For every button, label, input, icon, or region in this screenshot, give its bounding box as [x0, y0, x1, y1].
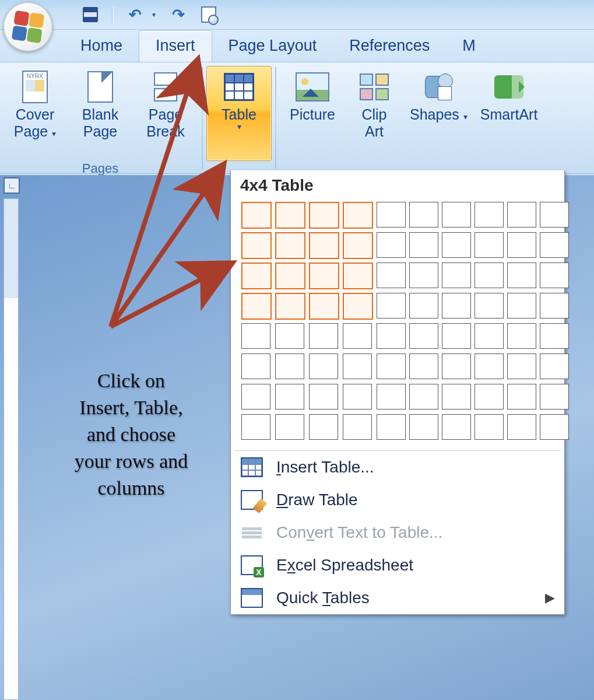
table-grid-cell[interactable] [475, 354, 504, 379]
table-grid-cell[interactable] [309, 384, 338, 410]
table-grid-cell[interactable] [377, 384, 406, 410]
table-grid-cell[interactable] [475, 323, 504, 349]
table-grid-cell[interactable] [309, 293, 339, 320]
table-grid-cell[interactable] [275, 354, 304, 379]
table-grid-cell[interactable] [241, 262, 272, 289]
save-button[interactable] [82, 6, 99, 23]
tab-page-layout[interactable]: Page Layout [212, 31, 333, 62]
tab-more[interactable]: M [446, 31, 480, 62]
table-size-grid[interactable] [231, 200, 564, 450]
table-grid-cell[interactable] [475, 232, 504, 258]
table-grid-cell[interactable] [540, 202, 569, 228]
excel-spreadsheet-item[interactable]: Excel Spreadsheet [231, 549, 564, 582]
table-grid-cell[interactable] [343, 293, 373, 320]
table-grid-cell[interactable] [275, 293, 305, 320]
table-grid-cell[interactable] [475, 414, 504, 440]
table-grid-cell[interactable] [442, 262, 471, 288]
tab-insert[interactable]: Insert [139, 30, 212, 62]
redo-button[interactable]: ↶ [170, 6, 187, 23]
table-grid-cell[interactable] [540, 354, 569, 379]
table-grid-cell[interactable] [409, 354, 438, 379]
ruler-corner[interactable]: ∟ [3, 177, 20, 194]
table-grid-cell[interactable] [507, 293, 536, 318]
table-grid-cell[interactable] [409, 232, 438, 258]
table-grid-cell[interactable] [343, 232, 373, 259]
table-grid-cell[interactable] [540, 293, 569, 318]
table-grid-cell[interactable] [409, 323, 438, 349]
table-grid-cell[interactable] [309, 202, 339, 229]
cover-page-button[interactable]: NYRX Cover Page ▾ [2, 66, 68, 161]
clip-art-button[interactable]: Clip Art [345, 66, 403, 161]
tab-references[interactable]: References [333, 31, 446, 62]
table-grid-cell[interactable] [377, 354, 406, 379]
table-grid-cell[interactable] [507, 262, 536, 288]
table-grid-cell[interactable] [241, 323, 270, 349]
table-grid-cell[interactable] [241, 202, 272, 229]
shapes-button[interactable]: Shapes ▾ [403, 66, 474, 161]
table-grid-cell[interactable] [475, 293, 504, 318]
table-grid-cell[interactable] [507, 232, 536, 258]
table-grid-cell[interactable] [343, 414, 372, 440]
tab-home[interactable]: Home [64, 31, 139, 62]
table-grid-cell[interactable] [442, 354, 471, 379]
print-preview-button[interactable] [200, 6, 217, 23]
table-grid-cell[interactable] [343, 323, 372, 349]
table-grid-cell[interactable] [343, 262, 373, 289]
table-grid-cell[interactable] [241, 384, 270, 410]
table-grid-cell[interactable] [377, 323, 406, 349]
picture-button[interactable]: Picture [280, 66, 345, 161]
table-button[interactable]: Table ▾ [206, 66, 272, 161]
table-grid-cell[interactable] [309, 354, 338, 379]
table-grid-cell[interactable] [507, 414, 536, 440]
table-grid-cell[interactable] [409, 202, 438, 228]
smartart-button[interactable]: SmartArt [474, 66, 539, 161]
table-grid-cell[interactable] [442, 232, 471, 258]
table-grid-cell[interactable] [409, 262, 438, 288]
table-grid-cell[interactable] [309, 323, 338, 349]
table-grid-cell[interactable] [343, 202, 373, 229]
office-button[interactable] [3, 2, 52, 51]
table-grid-cell[interactable] [540, 384, 569, 410]
table-grid-cell[interactable] [309, 262, 339, 289]
table-grid-cell[interactable] [475, 262, 504, 288]
table-grid-cell[interactable] [275, 323, 304, 349]
table-grid-cell[interactable] [309, 414, 338, 440]
table-grid-cell[interactable] [377, 414, 406, 440]
table-grid-cell[interactable] [540, 262, 569, 288]
table-grid-cell[interactable] [507, 202, 536, 228]
table-grid-cell[interactable] [309, 232, 339, 259]
table-grid-cell[interactable] [475, 384, 504, 410]
table-grid-cell[interactable] [241, 354, 270, 379]
undo-dropdown[interactable]: ▼ [151, 12, 157, 18]
table-grid-cell[interactable] [442, 323, 471, 349]
table-grid-cell[interactable] [442, 293, 471, 318]
table-grid-cell[interactable] [275, 202, 305, 229]
page-break-button[interactable]: Page Break [133, 66, 198, 161]
table-grid-cell[interactable] [409, 414, 438, 440]
table-grid-cell[interactable] [241, 293, 272, 320]
undo-button[interactable]: ↶ [126, 6, 144, 23]
table-grid-cell[interactable] [377, 202, 406, 228]
table-grid-cell[interactable] [540, 414, 569, 440]
table-grid-cell[interactable] [241, 414, 270, 440]
table-grid-cell[interactable] [540, 323, 569, 349]
table-grid-cell[interactable] [475, 202, 504, 228]
table-grid-cell[interactable] [275, 232, 305, 259]
table-grid-cell[interactable] [409, 384, 438, 410]
table-grid-cell[interactable] [343, 384, 372, 410]
blank-page-button[interactable]: Blank Page [68, 66, 133, 161]
table-grid-cell[interactable] [343, 354, 372, 379]
table-grid-cell[interactable] [377, 293, 406, 318]
table-grid-cell[interactable] [507, 323, 536, 349]
table-grid-cell[interactable] [241, 232, 272, 259]
table-grid-cell[interactable] [540, 232, 569, 258]
table-grid-cell[interactable] [377, 262, 406, 288]
table-grid-cell[interactable] [377, 232, 406, 258]
quick-tables-item[interactable]: Quick Tables ▶ [231, 582, 564, 614]
table-grid-cell[interactable] [409, 293, 438, 318]
table-grid-cell[interactable] [442, 202, 471, 228]
table-grid-cell[interactable] [507, 384, 536, 410]
table-grid-cell[interactable] [507, 354, 536, 379]
table-grid-cell[interactable] [275, 262, 305, 289]
table-grid-cell[interactable] [275, 384, 304, 410]
